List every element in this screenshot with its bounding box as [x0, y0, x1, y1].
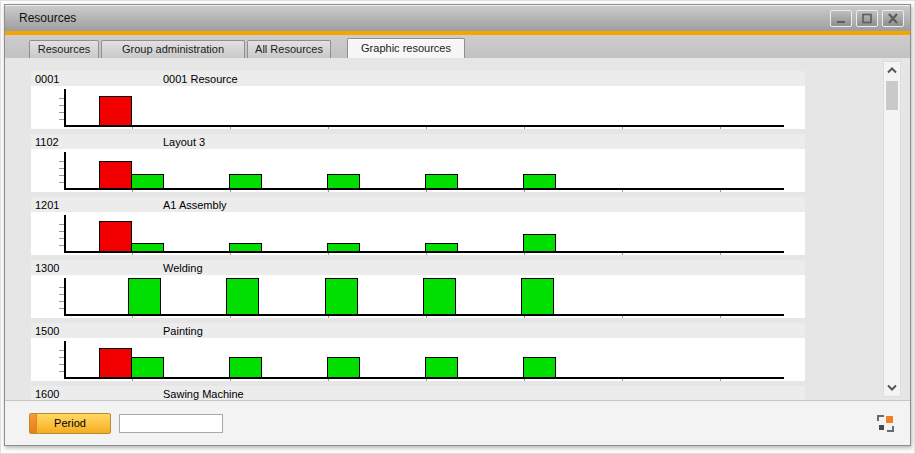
- x-axis-tick: [426, 253, 427, 255]
- green-capacity-bar: [423, 278, 456, 315]
- resource-name: Sawing Machine: [163, 388, 244, 400]
- resources-window: Resources Resources Group administration…: [4, 4, 911, 446]
- maximize-button[interactable]: [856, 10, 878, 27]
- x-axis-tick: [720, 379, 721, 381]
- x-axis-tick: [720, 127, 721, 129]
- y-axis-tick: [59, 364, 64, 365]
- x-axis-tick: [132, 253, 133, 255]
- green-capacity-bar: [229, 243, 262, 252]
- green-capacity-bar: [128, 278, 161, 315]
- y-axis: [64, 215, 66, 253]
- y-axis-tick: [59, 119, 64, 120]
- x-axis-tick: [328, 316, 329, 318]
- vertical-scrollbar[interactable]: [883, 61, 901, 397]
- green-capacity-bar: [131, 243, 164, 252]
- y-axis-tick: [59, 245, 64, 246]
- chevron-down-icon: [887, 384, 897, 391]
- y-axis: [64, 152, 66, 190]
- resource-row: 1300 Welding: [31, 260, 805, 323]
- y-axis-tick: [59, 371, 64, 372]
- y-axis: [64, 278, 66, 316]
- chevron-up-icon: [887, 67, 897, 74]
- graphic-resources-panel: 0001 0001 Resource 1102 Layout 3 1201 A1…: [5, 58, 910, 400]
- resource-name: A1 Assembly: [163, 199, 227, 211]
- resource-code: 0001: [31, 73, 163, 85]
- resource-row-label: 0001 0001 Resource: [31, 71, 805, 86]
- x-axis-tick: [328, 190, 329, 192]
- close-button[interactable]: [882, 10, 904, 27]
- y-axis-tick: [59, 105, 64, 106]
- tab-graphic-resources[interactable]: Graphic resources: [347, 38, 465, 58]
- y-axis: [64, 341, 66, 379]
- green-capacity-bar: [425, 174, 458, 189]
- green-capacity-bar: [226, 278, 259, 315]
- resource-capacity-chart: [31, 149, 805, 192]
- scrollbar-thumb[interactable]: [886, 81, 898, 110]
- green-capacity-bar: [523, 234, 556, 252]
- x-axis-tick: [132, 379, 133, 381]
- x-axis-tick: [328, 253, 329, 255]
- resource-capacity-chart: [31, 338, 805, 381]
- red-capacity-bar: [99, 96, 132, 126]
- form-mode-icon[interactable]: [877, 415, 894, 432]
- x-axis: [64, 125, 784, 127]
- x-axis-tick: [720, 190, 721, 192]
- green-capacity-bar: [229, 357, 262, 378]
- resource-row: 1102 Layout 3: [31, 134, 805, 197]
- titlebar[interactable]: Resources: [5, 5, 910, 31]
- resource-row: 1201 A1 Assembly: [31, 197, 805, 260]
- x-axis: [64, 188, 784, 190]
- green-capacity-bar: [327, 174, 360, 189]
- resource-list: 0001 0001 Resource 1102 Layout 3 1201 A1…: [31, 71, 805, 400]
- x-axis-tick: [622, 379, 623, 381]
- minimize-icon: [835, 13, 847, 24]
- resource-row-label: 1300 Welding: [31, 260, 805, 275]
- resource-row-label: 1500 Painting: [31, 323, 805, 338]
- x-axis-tick: [230, 127, 231, 129]
- tab-group-administration[interactable]: Group administration: [101, 40, 245, 58]
- x-axis-tick: [524, 190, 525, 192]
- x-axis-tick: [132, 127, 133, 129]
- x-axis-tick: [230, 379, 231, 381]
- x-axis: [64, 251, 784, 253]
- y-axis-tick: [59, 175, 64, 176]
- resource-code: 1600: [31, 388, 163, 400]
- x-axis-tick: [524, 253, 525, 255]
- x-axis-tick: [230, 190, 231, 192]
- x-axis-tick: [426, 190, 427, 192]
- x-axis-tick: [622, 127, 623, 129]
- y-axis-tick: [59, 231, 64, 232]
- x-axis-tick: [426, 127, 427, 129]
- close-icon: [887, 13, 899, 24]
- x-axis-tick: [328, 379, 329, 381]
- x-axis-tick: [426, 379, 427, 381]
- x-axis-tick: [622, 190, 623, 192]
- y-axis-tick: [59, 98, 64, 99]
- resource-row-label: 1600 Sawing Machine: [31, 386, 805, 400]
- scroll-down-button[interactable]: [884, 380, 900, 395]
- green-capacity-bar: [327, 357, 360, 378]
- x-axis-tick: [524, 127, 525, 129]
- scroll-up-button[interactable]: [884, 63, 900, 78]
- minimize-button[interactable]: [830, 10, 852, 27]
- resource-code: 1500: [31, 325, 163, 337]
- red-capacity-bar: [99, 161, 132, 189]
- tab-bar: Resources Group administration All Resou…: [5, 35, 910, 58]
- resource-row-label: 1102 Layout 3: [31, 134, 805, 149]
- x-axis-tick: [720, 316, 721, 318]
- maximize-icon: [861, 13, 873, 24]
- x-axis: [64, 377, 784, 379]
- y-axis: [64, 89, 66, 127]
- period-input[interactable]: [119, 414, 223, 433]
- footer: Period: [5, 400, 910, 445]
- x-axis-tick: [132, 190, 133, 192]
- x-axis-tick: [622, 253, 623, 255]
- tab-resources[interactable]: Resources: [29, 40, 99, 58]
- resource-code: 1300: [31, 262, 163, 274]
- tab-all-resources[interactable]: All Resources: [247, 40, 331, 58]
- green-capacity-bar: [327, 243, 360, 252]
- period-button[interactable]: Period: [29, 413, 111, 434]
- green-capacity-bar: [521, 278, 554, 315]
- resource-name: Layout 3: [163, 136, 205, 148]
- resource-name: Painting: [163, 325, 203, 337]
